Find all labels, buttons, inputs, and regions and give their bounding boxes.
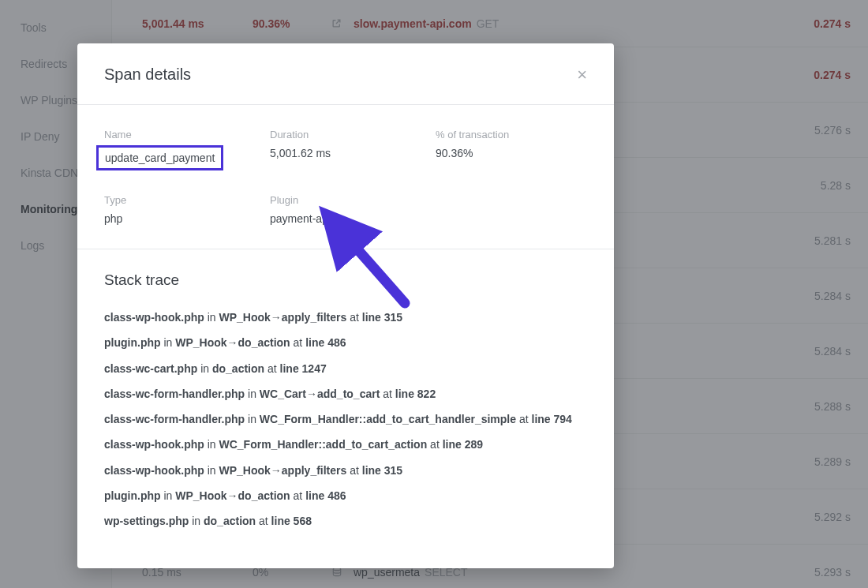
stack-trace-line: class-wc-form-handler.php in WC_Form_Han… <box>104 411 587 427</box>
stack-trace-line: plugin.php in WP_Hook→do_action at line … <box>104 335 587 350</box>
field-name-value: update_card_payment <box>104 147 270 170</box>
field-name-label: Name <box>104 129 270 140</box>
field-type-value: php <box>104 212 270 225</box>
modal-header: Span details × <box>77 43 614 105</box>
stack-trace-title: Stack trace <box>104 272 587 289</box>
modal-title: Span details <box>104 66 191 84</box>
stack-trace-line: class-wc-cart.php in do_action at line 1… <box>104 361 587 376</box>
stack-trace-line: plugin.php in WP_Hook→do_action at line … <box>104 488 587 504</box>
field-duration-label: Duration <box>270 129 436 140</box>
field-duration-value: 5,001.62 ms <box>270 147 436 170</box>
stack-trace-line: wp-settings.php in do_action at line 568 <box>104 513 587 529</box>
field-type-label: Type <box>104 194 270 206</box>
close-icon[interactable]: × <box>577 66 587 84</box>
stack-trace-section: Stack trace class-wp-hook.php in WP_Hook… <box>77 249 614 555</box>
stack-trace-line: class-wp-hook.php in WC_Form_Handler::ad… <box>104 436 587 452</box>
span-details-modal: Span details × Name Duration % of transa… <box>77 43 614 568</box>
stack-trace-line: class-wp-hook.php in WP_Hook→apply_filte… <box>104 309 587 325</box>
stack-trace-line: class-wp-hook.php in WP_Hook→apply_filte… <box>104 463 587 478</box>
field-pct-label: % of transaction <box>436 129 587 140</box>
stack-trace-line: class-wc-form-handler.php in WC_Cart→add… <box>104 386 587 402</box>
field-plugin-value: payment-api <box>270 212 436 225</box>
field-pct-value: 90.36% <box>436 147 587 170</box>
highlight-box: update_card_payment <box>96 145 223 170</box>
modal-body: Name Duration % of transaction update_ca… <box>77 105 614 249</box>
field-plugin-label: Plugin <box>270 194 436 206</box>
